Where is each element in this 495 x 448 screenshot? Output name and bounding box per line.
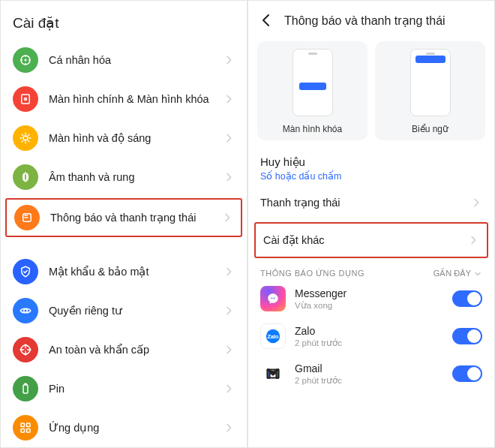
chevron-right-icon <box>223 266 235 278</box>
settings-item-label: Ứng dụng <box>49 421 223 434</box>
apps-sort-button[interactable]: GẦN ĐÂY <box>434 269 482 278</box>
detail-title: Thông báo và thanh trạng thái <box>284 14 446 28</box>
app-name: Messenger <box>295 287 452 299</box>
phone-mock-lock <box>292 49 333 116</box>
settings-item-label: An toàn và khẩn cấp <box>49 343 223 356</box>
settings-item-8[interactable]: An toàn và khẩn cấp <box>1 330 247 369</box>
detail-body: Màn hình khóa Biểu ngữ Huy hiệu Số hoặc … <box>248 37 494 447</box>
settings-item-label: Quyền riêng tư <box>49 304 223 317</box>
app-subtext: 2 phút trước <box>295 375 452 386</box>
settings-item-9[interactable]: Pin <box>1 369 247 408</box>
svg-rect-11 <box>21 429 25 433</box>
settings-item-7[interactable]: Quyền riêng tư <box>1 291 247 330</box>
brightness-icon <box>13 125 38 151</box>
app-info: Zalo2 phút trước <box>295 325 452 348</box>
phone-mock-banner <box>410 49 451 116</box>
home-lock-icon <box>13 86 38 112</box>
settings-item-label: Màn hình và độ sáng <box>49 131 223 145</box>
settings-item-label: Mật khẩu & bảo mật <box>49 265 223 278</box>
chevron-right-icon <box>223 54 235 66</box>
preview-banner[interactable]: Biểu ngữ <box>375 41 485 140</box>
page-title: Cài đặt <box>1 1 247 41</box>
messenger-icon <box>260 286 286 311</box>
svg-rect-9 <box>21 423 25 427</box>
app-subtext: Vừa xong <box>295 300 452 311</box>
chevron-right-icon <box>467 234 479 246</box>
other-settings-label: Cài đặt khác <box>263 234 325 246</box>
sound-icon <box>13 164 38 190</box>
other-settings-highlight: Cài đặt khác <box>254 222 488 258</box>
gmail-icon <box>260 361 286 386</box>
apps-list: MessengerVừa xongZaloZalo2 phút trướcGma… <box>248 280 494 392</box>
svg-text:Zalo: Zalo <box>267 333 279 340</box>
emergency-icon <box>13 337 38 362</box>
back-button[interactable] <box>257 11 275 29</box>
apps-icon <box>13 415 38 440</box>
app-name: Zalo <box>295 325 452 337</box>
app-toggle[interactable] <box>452 328 482 344</box>
settings-item-2[interactable]: Màn hình và độ sáng <box>1 119 247 158</box>
chevron-right-icon <box>223 132 235 144</box>
apps-sort-label: GẦN ĐÂY <box>434 269 471 278</box>
chevron-down-icon <box>473 269 482 278</box>
chevron-right-icon <box>223 93 235 105</box>
other-settings-row[interactable]: Cài đặt khác <box>256 224 487 257</box>
zalo-icon: Zalo <box>260 323 286 349</box>
svg-rect-2 <box>22 95 30 104</box>
settings-item-6[interactable]: Mật khẩu & bảo mật <box>1 252 247 291</box>
chevron-right-icon <box>223 344 235 356</box>
app-info: MessengerVừa xong <box>295 287 452 311</box>
app-row-2[interactable]: Gmail2 phút trước <box>248 355 494 392</box>
badge-row[interactable]: Huy hiệu Số hoặc dấu chấm <box>248 146 494 186</box>
chevron-right-icon <box>221 212 233 224</box>
chevron-right-icon <box>223 422 235 434</box>
settings-item-label: Cá nhân hóa <box>49 53 223 67</box>
app-row-1[interactable]: ZaloZalo2 phút trước <box>248 317 494 355</box>
badge-subtext: Số hoặc dấu chấm <box>260 170 341 182</box>
statusbar-label: Thanh trạng thái <box>260 197 340 209</box>
chevron-right-icon <box>223 383 235 395</box>
apps-header: THÔNG BÁO ỨNG DỤNG GẦN ĐÂY <box>248 261 494 280</box>
svg-point-4 <box>23 136 28 140</box>
svg-rect-12 <box>27 429 31 433</box>
chevron-right-icon <box>223 305 235 317</box>
settings-item-label: Thông báo và thanh trạng thái <box>50 211 221 224</box>
settings-item-label: Màn hình chính & Màn hình khóa <box>49 92 223 106</box>
preview-banner-label: Biểu ngữ <box>412 124 448 134</box>
settings-panel: Cài đặt Cá nhân hóaMàn hình chính & Màn … <box>0 0 248 448</box>
preview-row: Màn hình khóa Biểu ngữ <box>248 37 494 146</box>
app-subtext: 2 phút trước <box>295 338 452 348</box>
badge-title: Huy hiệu <box>260 155 305 169</box>
preview-lockscreen-label: Màn hình khóa <box>283 124 342 134</box>
security-icon <box>13 259 38 284</box>
personalize-icon <box>13 47 38 73</box>
svg-point-3 <box>25 98 27 101</box>
chevron-right-icon <box>223 171 235 183</box>
app-toggle[interactable] <box>452 290 482 307</box>
svg-point-6 <box>24 309 28 313</box>
notifications-panel: Thông báo và thanh trạng thái Màn hình k… <box>248 0 495 448</box>
app-info: Gmail2 phút trước <box>295 362 452 386</box>
privacy-icon <box>13 298 38 323</box>
preview-lockscreen[interactable]: Màn hình khóa <box>257 41 368 140</box>
svg-rect-10 <box>27 423 31 427</box>
settings-item-3[interactable]: Âm thanh và rung <box>1 158 247 197</box>
app-row-0[interactable]: MessengerVừa xong <box>248 280 494 317</box>
settings-item-label: Âm thanh và rung <box>49 170 223 184</box>
svg-rect-7 <box>23 385 28 393</box>
detail-header: Thông báo và thanh trạng thái <box>248 1 494 37</box>
statusbar-row[interactable]: Thanh trạng thái <box>248 186 494 219</box>
settings-list: Cá nhân hóaMàn hình chính & Màn hình khó… <box>1 41 247 447</box>
settings-item-1[interactable]: Màn hình chính & Màn hình khóa <box>1 80 247 119</box>
app-name: Gmail <box>295 362 452 374</box>
svg-point-1 <box>25 59 27 62</box>
app-toggle[interactable] <box>452 365 482 382</box>
settings-item-10[interactable]: Ứng dụng <box>1 408 247 447</box>
notification-icon <box>14 205 40 230</box>
settings-item-0[interactable]: Cá nhân hóa <box>1 41 247 80</box>
settings-item-label: Pin <box>49 382 223 395</box>
chevron-right-icon <box>470 197 482 209</box>
settings-item-4[interactable]: Thông báo và thanh trạng thái <box>5 198 242 237</box>
apps-section-heading: THÔNG BÁO ỨNG DỤNG <box>260 269 364 278</box>
battery-icon <box>13 376 38 401</box>
